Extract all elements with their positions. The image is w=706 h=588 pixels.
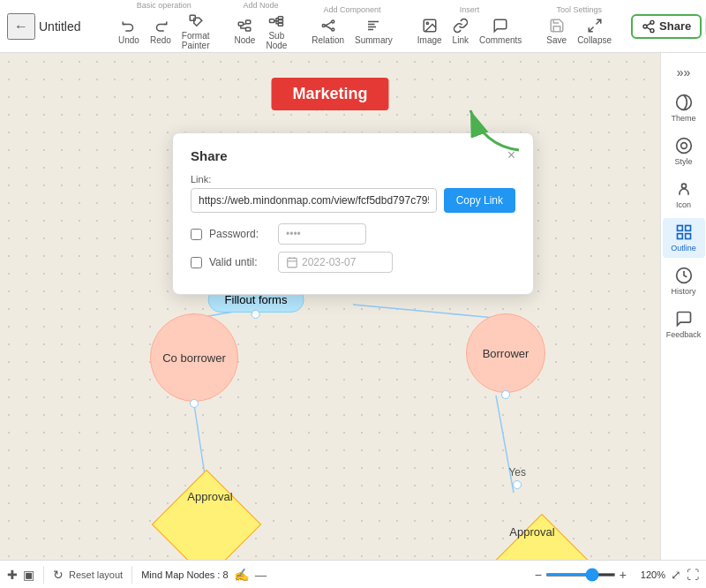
summary-button[interactable]: Summary	[351, 16, 396, 47]
svg-line-14	[589, 27, 593, 32]
svg-rect-35	[677, 226, 682, 231]
relation-button[interactable]: Relation	[308, 16, 348, 47]
svg-line-23	[353, 305, 494, 318]
redo-button[interactable]: Redo	[146, 16, 175, 47]
svg-point-16	[643, 25, 647, 28]
marketing-node[interactable]: Marketing	[271, 78, 388, 110]
format-painter-button[interactable]: Format Painter	[178, 11, 214, 52]
add-component-group: Add Component Relation Summary	[308, 5, 396, 47]
svg-point-10	[331, 28, 334, 31]
insert-group: Insert Image Link Comments	[414, 5, 526, 47]
toolbar: ← Untitled Basic operation Undo Redo For…	[0, 0, 706, 53]
yes-dot	[513, 480, 522, 489]
basic-operation-group: Basic operation Undo Redo Format Painter	[115, 1, 214, 52]
comments-button[interactable]: Comments	[476, 16, 525, 47]
pointer-icon[interactable]: ⸻	[254, 568, 267, 582]
share-dialog-header: Share ×	[191, 147, 515, 163]
svg-rect-37	[677, 234, 682, 239]
reset-layout-label[interactable]: Reset layout	[69, 569, 123, 580]
back-button[interactable]: ←	[7, 13, 35, 40]
bottom-right-icons: ⤢ ⛶	[671, 568, 699, 582]
add-node-icons: Node Sub Node	[231, 11, 291, 52]
share-link-input[interactable]	[191, 188, 437, 213]
svg-point-17	[650, 28, 654, 32]
sidebar-item-icon[interactable]: Icon	[663, 175, 705, 215]
bottom-sep1	[43, 566, 44, 584]
collapse-button[interactable]: Collapse	[574, 16, 615, 47]
zoom-percent: 120%	[630, 569, 665, 580]
share-button[interactable]: Share	[631, 14, 702, 39]
sidebar-item-theme[interactable]: Theme	[663, 88, 705, 128]
share-link-row: Copy Link	[191, 188, 515, 213]
undo-button[interactable]: Undo	[115, 16, 143, 47]
valid-until-row: Valid until: 2022-03-07	[191, 252, 515, 273]
app-title: Untitled	[39, 19, 92, 34]
tool-settings-group: Tool Settings Save Collapse	[543, 5, 615, 47]
zoom-out-icon[interactable]: −	[535, 568, 542, 582]
add-node-group: Add Node Node Sub Node	[231, 1, 291, 52]
svg-rect-1	[239, 22, 244, 26]
sidebar-item-history[interactable]: History	[663, 261, 705, 301]
link-button[interactable]: Link	[449, 16, 472, 47]
svg-point-9	[331, 20, 334, 23]
sidebar-item-style[interactable]: Style	[663, 132, 705, 171]
sub-node-button[interactable]: Sub Node	[262, 11, 290, 52]
svg-line-18	[647, 27, 651, 30]
valid-until-input[interactable]: 2022-03-07	[278, 252, 393, 273]
coborrower-dot	[190, 399, 199, 408]
basic-operation-label: Basic operation	[137, 1, 192, 10]
svg-point-32	[676, 139, 691, 154]
sidebar-fold-button[interactable]: »»	[668, 60, 700, 85]
fullscreen-icon[interactable]: ⛶	[687, 568, 699, 582]
coborrower-node[interactable]: Co borrower	[150, 313, 238, 402]
zoom-in-icon[interactable]: +	[620, 568, 627, 582]
reset-layout-icon[interactable]: ↻	[53, 568, 64, 582]
svg-rect-26	[288, 258, 297, 268]
svg-line-19	[647, 23, 651, 26]
sidebar-item-feedback[interactable]: Feedback	[663, 305, 705, 344]
svg-point-34	[681, 184, 686, 188]
svg-point-15	[650, 20, 654, 24]
share-dialog-title: Share	[191, 148, 228, 163]
fit-screen-icon[interactable]: ⤢	[671, 568, 681, 582]
add-component-label: Add Component	[324, 5, 381, 14]
password-row: Password:	[191, 223, 515, 245]
grid-icon[interactable]: ▣	[23, 568, 34, 582]
svg-point-31	[676, 95, 691, 110]
svg-point-8	[322, 25, 325, 27]
svg-line-13	[596, 19, 600, 24]
save-button[interactable]: Save	[543, 16, 570, 47]
link-field-label: Link:	[191, 174, 515, 185]
canvas[interactable]: Marketing Fillout forms Co borrower Borr…	[0, 53, 660, 588]
main-area: Marketing Fillout forms Co borrower Borr…	[0, 53, 706, 588]
right-sidebar: »» Theme Style Icon Outline History Feed…	[660, 53, 706, 588]
borrower-node[interactable]: Borrower	[466, 313, 545, 393]
bottom-bar: ✚ ▣ ↻ Reset layout Mind Map Nodes : 8 ✍ …	[0, 560, 706, 588]
password-label: Password:	[209, 228, 271, 240]
copy-link-button[interactable]: Copy Link	[444, 188, 515, 213]
zoom-slider[interactable]	[545, 573, 616, 577]
share-dialog: Share × Link: Copy Link Password: Valid …	[172, 132, 534, 295]
image-button[interactable]: Image	[414, 16, 446, 47]
svg-rect-4	[270, 19, 274, 22]
svg-rect-3	[246, 27, 251, 31]
sidebar-item-outline[interactable]: Outline	[663, 218, 705, 258]
svg-rect-36	[685, 226, 690, 231]
valid-until-checkbox[interactable]	[191, 257, 202, 268]
zoom-bar: − + 120%	[535, 568, 665, 582]
fillout-dot	[252, 310, 260, 319]
approval-right-label: Approval	[492, 525, 572, 539]
svg-rect-38	[685, 234, 690, 239]
password-input[interactable]	[278, 223, 366, 245]
svg-rect-5	[279, 16, 283, 19]
password-checkbox[interactable]	[191, 229, 202, 240]
svg-point-12	[426, 22, 428, 24]
borrower-dot	[501, 390, 510, 399]
valid-until-label: Valid until:	[209, 256, 271, 268]
hand-icon[interactable]: ✍	[234, 568, 249, 582]
share-dialog-close-button[interactable]: ×	[507, 147, 515, 163]
basic-operation-icons: Undo Redo Format Painter	[115, 11, 214, 52]
node-button[interactable]: Node	[231, 16, 259, 47]
add-icon[interactable]: ✚	[7, 568, 18, 582]
svg-rect-2	[246, 20, 251, 24]
